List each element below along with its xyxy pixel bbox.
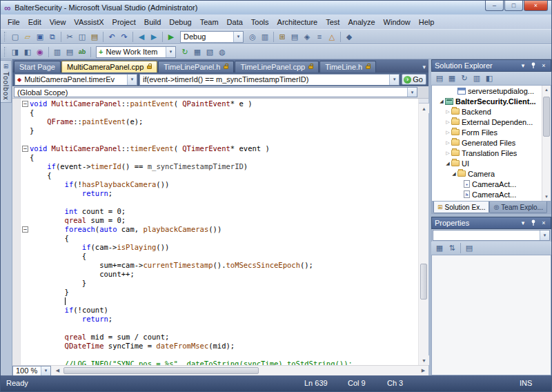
- menu-window[interactable]: Window: [379, 16, 415, 28]
- code-line[interactable]: if(!hasPlaybackCamera()): [30, 180, 418, 189]
- editor-vertical-scrollbar[interactable]: ▲ ▼: [418, 99, 428, 365]
- property-pages-icon[interactable]: ▤: [463, 242, 475, 255]
- tree-expander-collapsed-icon[interactable]: ▷: [444, 150, 451, 155]
- toolbox-icon[interactable]: ≡: [313, 30, 326, 43]
- uncomment-selection-icon[interactable]: ▤: [63, 46, 76, 58]
- fold-toggle-icon[interactable]: −: [22, 146, 28, 152]
- tree-item-external-dependen[interactable]: ▷External Dependen...: [432, 117, 542, 127]
- find-in-files-icon[interactable]: ▥: [259, 30, 271, 43]
- tree-item-serversetupdialog[interactable]: serversetupdialog...: [432, 86, 542, 96]
- code-line[interactable]: if(cam->isPlaying()): [30, 243, 418, 252]
- tree-item-ui[interactable]: ◢UI: [432, 158, 542, 168]
- undo-icon[interactable]: ↶: [106, 30, 118, 43]
- tree-item-cameraact[interactable]: CameraAct...: [432, 179, 542, 189]
- tab-start-page[interactable]: Start Page: [14, 61, 61, 72]
- save-all-icon[interactable]: ⧉: [46, 30, 59, 43]
- pin-icon[interactable]: [529, 219, 538, 227]
- goto-button[interactable]: › Go: [402, 74, 426, 85]
- code-line[interactable]: QDateTime syncTime = dateFromMsec(mid);: [30, 342, 418, 351]
- menu-test[interactable]: Test: [322, 16, 344, 28]
- tree-expander-collapsed-icon[interactable]: ▷: [444, 140, 451, 145]
- se-properties-icon[interactable]: ▤: [433, 72, 446, 85]
- show-all-files-icon[interactable]: ▦: [446, 72, 458, 85]
- menu-vassistx[interactable]: VAssistX: [70, 16, 108, 28]
- code-line[interactable]: }: [30, 288, 418, 297]
- code-line[interactable]: {: [30, 252, 418, 261]
- tree-item-form-files[interactable]: ▷Form Files: [432, 127, 542, 137]
- editor-splitter-handle[interactable]: [419, 99, 428, 104]
- comment-selection-icon[interactable]: ▥: [51, 46, 63, 58]
- categorized-icon[interactable]: ▦: [433, 242, 446, 255]
- navigate-forward-icon[interactable]: ▶: [148, 30, 160, 43]
- code-line[interactable]: [30, 198, 418, 207]
- extension-manager-icon[interactable]: ◆: [343, 30, 355, 43]
- navigate-back-icon[interactable]: ◀: [135, 30, 148, 43]
- scroll-right-icon[interactable]: ▶: [418, 366, 428, 375]
- code-line[interactable]: [30, 324, 418, 333]
- menu-file[interactable]: File: [3, 16, 24, 28]
- tree-expander-collapsed-icon[interactable]: ▷: [444, 119, 451, 124]
- refresh-icon[interactable]: ↻: [179, 46, 191, 58]
- code-line[interactable]: }: [30, 279, 418, 288]
- menu-help[interactable]: Help: [415, 16, 439, 28]
- scrollbar-thumb[interactable]: [420, 264, 427, 300]
- redo-icon[interactable]: ↷: [118, 30, 130, 43]
- panel-tab-solution-ex[interactable]: ⊞Solution Ex...: [433, 202, 489, 213]
- tree-item-camera[interactable]: ◢Camera: [432, 168, 542, 179]
- find-icon[interactable]: ◎: [246, 30, 259, 43]
- view-code-icon[interactable]: ▥: [471, 72, 483, 85]
- properties-window-icon[interactable]: ▤: [288, 30, 301, 43]
- refresh-icon[interactable]: ↻: [458, 72, 471, 85]
- tab-timelinepanel-h[interactable]: TimeLinePanel.h: [158, 61, 234, 72]
- solution-explorer-icon[interactable]: ⊞: [276, 30, 288, 43]
- code-line[interactable]: {: [30, 108, 418, 117]
- tab-timelinepanel-cpp[interactable]: TimeLinePanel.cpp: [235, 61, 319, 72]
- menu-architecture[interactable]: Architecture: [273, 16, 322, 28]
- code-line[interactable]: //LOG_INFO("SYNC pos = %s", dateToString…: [30, 360, 418, 365]
- object-browser-icon[interactable]: ◈: [301, 30, 313, 43]
- properties-header[interactable]: Properties ▾ ×: [431, 217, 551, 229]
- view-designer-icon[interactable]: ◧: [483, 72, 495, 85]
- start-debugging-icon[interactable]: ▶: [165, 30, 177, 43]
- code-line[interactable]: void MultiCameraPanel::paintEvent( QPain…: [30, 99, 418, 108]
- code-line[interactable]: qreal sum = 0;: [30, 216, 418, 225]
- tree-expander-expanded-icon[interactable]: ◢: [444, 161, 451, 166]
- code-line[interactable]: [30, 297, 418, 306]
- code-line[interactable]: }: [30, 126, 418, 135]
- error-list-icon[interactable]: △: [326, 30, 338, 43]
- code-line[interactable]: sum+=cam->currentTimestamp().toMSecsSinc…: [30, 261, 418, 270]
- cut-icon[interactable]: ✂: [63, 30, 76, 43]
- code-line[interactable]: {: [30, 234, 418, 243]
- definition-combo[interactable]: if(event->timerId() == m_syncTimestampTi…: [139, 74, 400, 86]
- panel-tab-team-explo[interactable]: ◎Team Explo...: [489, 202, 546, 213]
- pin-icon[interactable]: [529, 61, 538, 70]
- menu-edit[interactable]: Edit: [24, 16, 46, 28]
- alphabetical-icon[interactable]: ⇅: [446, 242, 458, 255]
- code-line[interactable]: [30, 351, 418, 360]
- close-icon[interactable]: ×: [540, 219, 548, 227]
- menu-team[interactable]: Team: [196, 16, 223, 28]
- tree-scrollbar[interactable]: ▲ ▼: [542, 86, 551, 201]
- work-items-icon[interactable]: ▦: [191, 46, 204, 58]
- window-position-chevron-icon[interactable]: ▾: [519, 61, 527, 70]
- menu-debug[interactable]: Debug: [165, 16, 195, 28]
- code-line[interactable]: foreach(auto cam, playbackCameras()): [30, 225, 418, 234]
- tab-timeline-h[interactable]: TimeLine.h: [319, 61, 376, 72]
- code-line[interactable]: return;: [30, 315, 418, 324]
- menu-tools[interactable]: Tools: [247, 16, 273, 28]
- code-line[interactable]: [30, 135, 418, 144]
- va-open-corresponding-icon[interactable]: ◧: [21, 46, 34, 58]
- properties-object-combo[interactable]: ▼: [433, 230, 550, 241]
- reports-icon[interactable]: ▧: [204, 46, 216, 58]
- fold-toggle-icon[interactable]: −: [22, 101, 28, 107]
- scroll-up-icon[interactable]: ▲: [419, 104, 429, 113]
- code-line[interactable]: {: [30, 153, 418, 162]
- tab-multicamerapanel-cpp[interactable]: MultiCameraPanel.cpp: [61, 61, 157, 72]
- menu-build[interactable]: Build: [140, 16, 165, 28]
- code-line[interactable]: return;: [30, 189, 418, 198]
- scrollbar-thumb[interactable]: [63, 367, 259, 374]
- toolbar-grip[interactable]: [4, 47, 6, 57]
- toolbar-grip[interactable]: [4, 32, 6, 41]
- va-find-references-icon[interactable]: ◉: [34, 46, 46, 58]
- tree-expander-collapsed-icon[interactable]: ▷: [444, 130, 451, 135]
